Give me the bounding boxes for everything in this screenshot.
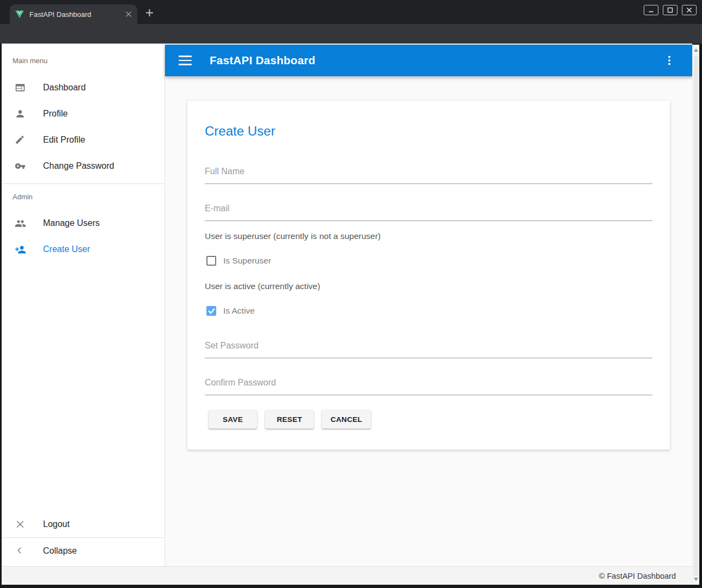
save-button[interactable]: SAVE bbox=[209, 410, 257, 428]
sidebar-item-label: Profile bbox=[43, 109, 68, 119]
active-hint: User is active (currently active) bbox=[205, 281, 320, 291]
chevron-left-icon bbox=[15, 546, 26, 556]
is-superuser-label[interactable]: Is Superuser bbox=[223, 256, 271, 266]
scroll-down-arrow-icon[interactable] bbox=[694, 578, 698, 581]
sidebar-item-manage-users[interactable]: Manage Users bbox=[2, 210, 164, 236]
key-icon bbox=[15, 161, 26, 171]
is-active-label[interactable]: Is Active bbox=[223, 306, 255, 316]
is-superuser-checkbox[interactable] bbox=[206, 256, 216, 266]
sidebar-item-label: Manage Users bbox=[43, 218, 100, 228]
dashboard-icon bbox=[15, 82, 26, 93]
people-icon bbox=[15, 218, 26, 229]
scroll-up-arrow-icon[interactable] bbox=[694, 48, 698, 52]
main-content-area: FastAPI Dashboard Create User User is su… bbox=[165, 44, 692, 566]
maximize-button[interactable] bbox=[663, 5, 677, 15]
browser-tab-strip: FastAPI Dashboard bbox=[0, 0, 702, 24]
minimize-button[interactable] bbox=[644, 5, 658, 15]
superuser-hint: User is superuser (currently is not a su… bbox=[205, 231, 381, 241]
tab-title: FastAPI Dashboard bbox=[29, 10, 122, 19]
tab-close-icon[interactable] bbox=[125, 11, 132, 17]
form-title: Create User bbox=[205, 124, 275, 139]
sidebar-item-change-password[interactable]: Change Password bbox=[2, 153, 164, 179]
sidebar-item-edit-profile[interactable]: Edit Profile bbox=[2, 127, 164, 153]
full-name-input[interactable] bbox=[205, 163, 652, 184]
sidebar-item-logout[interactable]: Logout bbox=[2, 511, 164, 537]
app-bar: FastAPI Dashboard bbox=[165, 45, 692, 76]
person-icon bbox=[15, 108, 26, 119]
sidebar-item-create-user[interactable]: Create User bbox=[2, 236, 164, 262]
is-active-checkbox-row[interactable]: Is Active bbox=[206, 306, 255, 316]
page-scrollbar[interactable] bbox=[692, 45, 699, 585]
email-input[interactable] bbox=[205, 200, 652, 221]
cancel-button[interactable]: CANCEL bbox=[322, 410, 371, 428]
sidebar-section-admin-label: Admin bbox=[13, 193, 33, 201]
close-window-button[interactable] bbox=[682, 5, 697, 15]
sidebar-item-collapse[interactable]: Collapse bbox=[2, 538, 164, 564]
scrollbar-thumb[interactable] bbox=[694, 56, 698, 576]
browser-tab[interactable]: FastAPI Dashboard bbox=[10, 4, 137, 24]
confirm-password-input[interactable] bbox=[205, 375, 652, 395]
appbar-title: FastAPI Dashboard bbox=[210, 54, 315, 67]
sidebar-item-label: Create User bbox=[43, 244, 90, 254]
sidebar-item-label: Edit Profile bbox=[43, 135, 85, 145]
is-superuser-checkbox-row[interactable]: Is Superuser bbox=[206, 256, 271, 266]
sidebar-item-profile[interactable]: Profile bbox=[2, 101, 164, 127]
sidebar-item-label: Change Password bbox=[43, 161, 114, 171]
is-active-checkbox[interactable] bbox=[206, 306, 216, 316]
new-tab-button[interactable] bbox=[143, 6, 156, 19]
browser-toolbar: localhost/main/admin/users/create bbox=[0, 24, 702, 44]
create-user-card: Create User User is superuser (currently… bbox=[187, 101, 670, 450]
sidebar-section-main-menu-label: Main menu bbox=[13, 57, 47, 65]
window-controls bbox=[644, 5, 697, 15]
reset-button[interactable]: RESET bbox=[265, 410, 314, 428]
sidebar-item-label: Collapse bbox=[43, 546, 77, 556]
sidebar-item-label: Logout bbox=[43, 519, 70, 529]
form-buttons: SAVE RESET CANCEL bbox=[209, 410, 371, 428]
vue-logo-icon bbox=[15, 10, 24, 19]
pencil-icon bbox=[15, 134, 26, 145]
sidebar-divider bbox=[2, 183, 164, 184]
close-x-icon bbox=[15, 519, 26, 530]
copyright-text: © FastAPI Dashboard bbox=[599, 572, 676, 580]
set-password-input[interactable] bbox=[205, 338, 652, 358]
sidebar-item-label: Dashboard bbox=[43, 83, 86, 93]
appbar-kebab-menu-icon[interactable] bbox=[663, 54, 676, 67]
hamburger-menu-icon[interactable] bbox=[179, 56, 192, 65]
sidebar: Main menu Dashboard Profile Edit Profile… bbox=[2, 44, 165, 566]
page-footer: © FastAPI Dashboard bbox=[2, 566, 692, 585]
sidebar-item-dashboard[interactable]: Dashboard bbox=[2, 75, 164, 101]
person-add-icon bbox=[15, 244, 26, 255]
